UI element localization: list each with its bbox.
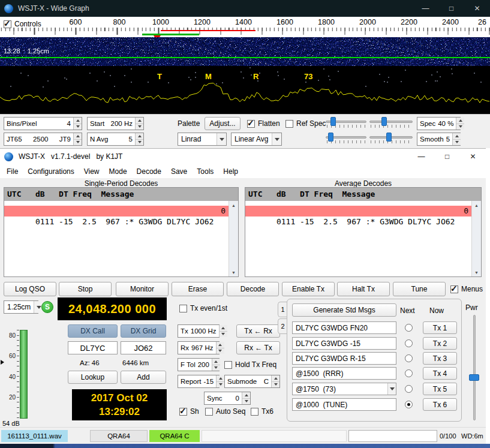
log-qso-button[interactable]: Log QSO — [4, 282, 56, 296]
spinner-arrows-icon[interactable] — [73, 118, 82, 130]
menu-tools[interactable]: Tools — [192, 166, 218, 178]
waterfall-display[interactable] — [0, 37, 490, 66]
tx4-button[interactable]: Tx 4 — [423, 367, 457, 380]
tab-2[interactable]: 2 — [278, 318, 287, 334]
tx-message-2-input[interactable]: DL7YC G3WDG -15 — [292, 337, 396, 350]
next-radio-5[interactable] — [405, 385, 413, 393]
smooth-spinner[interactable]: Smooth5 — [417, 133, 461, 146]
slider-handle[interactable] — [381, 117, 387, 126]
menu-decode[interactable]: Decode — [132, 166, 166, 178]
scroll-up-icon[interactable]: ▲ — [472, 201, 481, 209]
scroll-down-icon[interactable]: ▼ — [472, 268, 481, 276]
tx-even-checkbox[interactable]: Tx even/1st — [179, 304, 227, 312]
ref-spec-checkbox[interactable]: Ref Spec — [285, 119, 326, 128]
menu-configurations[interactable]: Configurations — [23, 166, 79, 178]
tx5-button[interactable]: Tx 5 — [423, 383, 457, 395]
enable-tx-button[interactable]: Enable Tx — [282, 282, 335, 296]
next-radio-6[interactable] — [405, 401, 413, 408]
decode-row[interactable]: 0111 -15 2.5 967 :* G3WDG DL7YC JO62 0 — [245, 206, 471, 217]
palette-select[interactable]: Linrad — [178, 133, 227, 146]
spinner-arrows-icon[interactable] — [216, 342, 224, 354]
spectrum-gain-slider[interactable] — [326, 131, 366, 145]
menu-mode[interactable]: Mode — [104, 166, 132, 178]
halt-tx-button[interactable]: Halt Tx — [337, 282, 390, 296]
next-radio-4[interactable] — [405, 369, 413, 377]
tx6-button[interactable]: Tx 6 — [423, 398, 457, 411]
stop-button[interactable]: Stop — [59, 282, 112, 296]
flatten-checkbox[interactable]: Flatten — [247, 119, 280, 128]
dx-grid-input[interactable]: JO62 — [121, 341, 166, 354]
hold-tx-freq-checkbox[interactable]: Hold Tx Freq — [224, 360, 276, 369]
slider-handle[interactable] — [328, 133, 333, 142]
tx-message-6-input[interactable]: @1000 (TUNE) — [292, 398, 396, 411]
waterfall-gain-slider[interactable] — [326, 116, 366, 129]
jt65-jt9-split-spinner[interactable]: JT652500JT9 — [4, 133, 82, 146]
sync-spinner[interactable]: Sync0 — [204, 392, 251, 405]
spinner-arrows-icon[interactable] — [135, 133, 143, 145]
pwr-slider[interactable] — [473, 315, 476, 420]
tab-1[interactable]: 1 — [278, 302, 287, 317]
sh-checkbox[interactable]: Sh — [179, 407, 199, 416]
spinner-arrows-icon[interactable] — [212, 359, 220, 371]
close-icon[interactable]: ✕ — [460, 149, 486, 164]
next-radio-3[interactable] — [405, 354, 413, 362]
spinner-arrows-icon[interactable] — [216, 375, 224, 387]
rx-from-tx-button[interactable]: Rx ← Tx — [236, 341, 280, 354]
next-radio-2[interactable] — [405, 339, 413, 347]
scroll-up-icon[interactable]: ▲ — [229, 201, 238, 209]
band-select[interactable]: 1.25cm — [4, 300, 38, 314]
auto-seq-checkbox[interactable]: Auto Seq — [205, 407, 245, 416]
tx-message-1-input[interactable]: DL7YC G3WDG FN20 — [292, 321, 396, 334]
spinner-arrows-icon[interactable] — [73, 133, 82, 145]
scrollbar[interactable]: ▲ ▼ — [471, 201, 481, 276]
tune-button[interactable]: Tune — [393, 282, 446, 296]
adjust-button[interactable]: Adjust... — [205, 117, 241, 130]
dx-call-input[interactable]: DL7YC — [68, 341, 118, 354]
spinner-arrows-icon[interactable] — [271, 375, 279, 387]
generate-std-msgs-button[interactable]: Generate Std Msgs — [292, 303, 396, 317]
tx-message-4-input[interactable]: @1500 (RRR) — [292, 367, 396, 380]
controls-checkbox[interactable]: Controls — [4, 20, 41, 28]
scroll-down-icon[interactable]: ▼ — [229, 268, 238, 276]
rx-freq-spinner[interactable]: Rx967 Hz — [178, 341, 220, 354]
spec-percent-spinner[interactable]: Spec40 % — [417, 117, 461, 130]
decode-button[interactable]: Decode — [227, 282, 279, 296]
spinner-arrows-icon[interactable] — [452, 133, 461, 145]
spinner-arrows-icon[interactable] — [456, 118, 464, 130]
start-freq-spinner[interactable]: Start200 Hz — [87, 117, 144, 130]
spectrum-zero-slider[interactable] — [369, 131, 413, 145]
tx1-button[interactable]: Tx 1 — [423, 321, 457, 334]
waterfall-zero-slider[interactable] — [369, 116, 413, 129]
f-tol-spinner[interactable]: F Tol200 — [178, 358, 220, 371]
spinner-arrows-icon[interactable] — [242, 392, 250, 404]
menus-checkbox[interactable]: Menus — [450, 285, 483, 293]
erase-button[interactable]: Erase — [172, 282, 224, 296]
menu-help[interactable]: Help — [218, 166, 243, 178]
tx-from-rx-button[interactable]: Tx ← Rx — [236, 324, 280, 338]
s-meter-button[interactable]: S — [41, 301, 53, 313]
spectrum-plot[interactable]: T M R 73 — [0, 66, 490, 114]
avg-mode-select[interactable]: Linear Avg — [231, 133, 282, 146]
menu-save[interactable]: Save — [166, 166, 192, 178]
scrollbar[interactable]: ▲ ▼ — [229, 201, 238, 276]
minimize-icon[interactable]: — — [408, 149, 434, 164]
tx-message-3-input[interactable]: DL7YC G3WDG R-15 — [292, 352, 396, 365]
dx-grid-button[interactable]: DX Grid — [121, 324, 166, 338]
menu-file[interactable]: File — [2, 166, 23, 178]
spinner-arrows-icon[interactable] — [135, 118, 143, 130]
pwr-slider-handle[interactable] — [469, 374, 479, 381]
tx-message-5-select[interactable]: @1750 (73) — [292, 383, 396, 395]
minimize-icon[interactable]: — — [413, 0, 438, 17]
maximize-icon[interactable]: □ — [438, 0, 464, 17]
tx-freq-spinner[interactable]: Tx1000 Hz — [178, 324, 220, 338]
close-icon[interactable]: ✕ — [464, 0, 490, 17]
report-spinner[interactable]: Report-15 — [178, 375, 220, 388]
slider-handle[interactable] — [386, 133, 392, 142]
slider-handle[interactable] — [330, 117, 336, 126]
monitor-button[interactable]: Monitor — [116, 282, 169, 296]
decode-row[interactable]: 0111 -15 2.5 967 :* G3WDG DL7YC JO62 0 — [4, 206, 229, 217]
tx2-button[interactable]: Tx 2 — [423, 337, 457, 350]
lookup-button[interactable]: Lookup — [68, 371, 118, 384]
menu-view[interactable]: View — [79, 166, 104, 178]
submode-spinner[interactable]: SubmodeC — [224, 375, 280, 388]
